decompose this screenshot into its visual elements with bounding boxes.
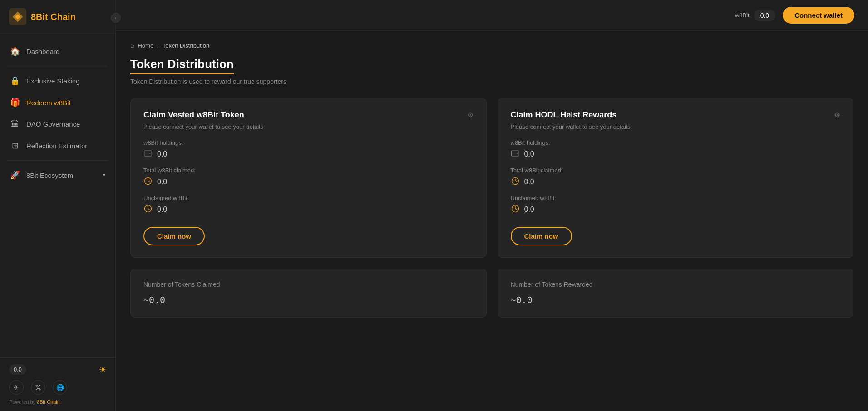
vested-claimed-row: Total w8Bit claimed: 0.0 [143,167,473,187]
cards-grid: Claim Vested w8Bit Token ⚙ Please connec… [130,98,853,258]
sidebar-divider-2 [7,160,108,161]
sidebar-nav: 🏠 Dashboard 🔒 Exclusive Staking 🎁 Redeem… [0,34,115,357]
vested-card-title: Claim Vested w8Bit Token [143,110,244,120]
svg-rect-1 [144,151,152,156]
social-links: ✈ 🌐 [9,380,106,395]
hodl-claimed-row: Total w8Bit claimed: 0.0 [511,167,841,187]
telegram-link[interactable]: ✈ [9,380,24,395]
vested-claimed-label: Total w8Bit claimed: [143,167,473,174]
vested-card: Claim Vested w8Bit Token ⚙ Please connec… [130,98,487,258]
vested-claim-button[interactable]: Claim now [143,227,205,245]
hodl-card: Claim HODL Heist Rewards ⚙ Please connec… [498,98,854,258]
stat-cards-grid: Number of Tokens Claimed ~0.0 Number of … [130,269,853,318]
tokens-rewarded-label: Number of Tokens Rewarded [511,281,841,288]
page-title: Token Distribution [130,57,234,74]
breadcrumb: ⌂ Home / Token Distribution [130,42,853,49]
hodl-card-subtitle: Please connect your wallet to see your d… [511,123,841,130]
hodl-holdings-label: w8Bit holdings: [511,139,841,146]
hodl-unclaimed-row: Unclaimed w8Bit: 0.0 [511,195,841,215]
chevron-down-icon: ▾ [103,172,105,178]
svg-rect-4 [511,151,519,156]
header: w8Bit 0.0 Connect wallet [116,0,868,31]
token-claimed-icon [143,176,153,187]
vested-unclaimed-label: Unclaimed w8Bit: [143,195,473,201]
sidebar-item-dashboard[interactable]: 🏠 Dashboard [0,40,115,62]
website-link[interactable]: 🌐 [53,380,67,395]
powered-by-text: Powered by 8Bit Chain [9,399,106,405]
tokens-rewarded-card: Number of Tokens Rewarded ~0.0 [498,269,854,318]
tokens-claimed-value: ~0.0 [143,294,473,305]
hodl-unclaimed-value: 0.0 [511,204,841,215]
sidebar-item-exclusive-staking[interactable]: 🔒 Exclusive Staking [0,70,115,92]
gift-icon: 🎁 [10,98,20,108]
hodl-claimed-value: 0.0 [511,176,841,187]
powered-by-link[interactable]: 8Bit Chain [37,399,60,405]
logo-text: 8Bit Chain [31,12,76,22]
connect-wallet-button[interactable]: Connect wallet [783,7,854,24]
sidebar: 8Bit Chain ‹ 🏠 Dashboard 🔒 Exclusive Sta… [0,0,116,411]
token-hodl-unclaimed-icon [511,204,520,215]
vested-card-header: Claim Vested w8Bit Token ⚙ [143,110,473,120]
home-icon: ⌂ [130,42,134,49]
dashboard-icon: 🏠 [10,46,20,56]
sidebar-item-label: Dashboard [26,48,59,55]
ecosystem-icon: 🚀 [10,170,20,180]
sidebar-item-label: Reflection Estimator [26,142,87,150]
estimator-icon: ⊞ [10,141,20,151]
sidebar-item-8bit-ecosystem[interactable]: 🚀 8Bit Ecosystem ▾ [0,164,115,186]
hodl-claimed-label: Total w8Bit claimed: [511,167,841,174]
hodl-claim-button[interactable]: Claim now [511,227,572,245]
vested-claimed-value: 0.0 [143,176,473,187]
hodl-unclaimed-label: Unclaimed w8Bit: [511,195,841,201]
hodl-settings-icon[interactable]: ⚙ [834,111,840,119]
token-hodl-claimed-icon [511,176,520,187]
token-unclaimed-icon [143,204,153,215]
breadcrumb-home-link[interactable]: Home [138,42,153,49]
sidebar-footer: 0.0 ☀ ✈ 🌐 Powered by 8Bit Chain [0,357,115,411]
tokens-rewarded-value: ~0.0 [511,294,841,305]
wallet-label: w8Bit [735,12,750,19]
wallet-stat-icon [143,149,153,160]
hodl-card-title: Claim HODL Heist Rewards [511,110,617,120]
vested-unclaimed-value: 0.0 [143,204,473,215]
logo-area: 8Bit Chain [0,0,115,34]
vested-settings-icon[interactable]: ⚙ [467,111,473,119]
sun-icon[interactable]: ☀ [99,365,106,375]
page-subtitle: Token Distribution is used to reward our… [130,78,853,85]
sidebar-collapse-button[interactable]: ‹ [111,13,121,23]
vested-card-subtitle: Please connect your wallet to see your d… [143,123,473,130]
twitter-link[interactable] [31,380,45,395]
wallet-hodl-icon [511,149,520,160]
vested-holdings-value: 0.0 [143,149,473,160]
tokens-claimed-label: Number of Tokens Claimed [143,281,473,288]
sidebar-item-label: 8Bit Ecosystem [26,171,73,179]
dao-icon: 🏛 [10,119,20,129]
sidebar-item-redeem-w8bit[interactable]: 🎁 Redeem w8Bit [0,92,115,113]
sidebar-item-reflection-estimator[interactable]: ⊞ Reflection Estimator [0,135,115,157]
sidebar-balance-row: 0.0 ☀ [9,364,106,375]
sidebar-item-label: DAO Governance [26,120,80,128]
vested-unclaimed-row: Unclaimed w8Bit: 0.0 [143,195,473,215]
logo-icon [9,8,26,25]
main-area: w8Bit 0.0 Connect wallet ⌂ Home / Token … [116,0,868,411]
breadcrumb-current: Token Distribution [163,42,209,49]
sidebar-item-dao-governance[interactable]: 🏛 DAO Governance [0,113,115,135]
sidebar-item-label: Redeem w8Bit [26,99,71,107]
vested-holdings-label: w8Bit holdings: [143,139,473,146]
hodl-holdings-row: w8Bit holdings: 0.0 [511,139,841,160]
hodl-card-header: Claim HODL Heist Rewards ⚙ [511,110,841,120]
sidebar-item-label: Exclusive Staking [26,77,80,85]
wallet-amount: 0.0 [754,10,775,21]
vested-holdings-row: w8Bit holdings: 0.0 [143,139,473,160]
content-area: ⌂ Home / Token Distribution Token Distri… [116,31,868,411]
lock-icon: 🔒 [10,76,20,86]
sidebar-divider-1 [7,66,108,66]
breadcrumb-separator: / [157,42,159,49]
hodl-holdings-value: 0.0 [511,149,841,160]
wallet-info: w8Bit 0.0 [735,10,775,21]
tokens-claimed-card: Number of Tokens Claimed ~0.0 [130,269,487,318]
sidebar-balance-value: 0.0 [9,364,26,375]
